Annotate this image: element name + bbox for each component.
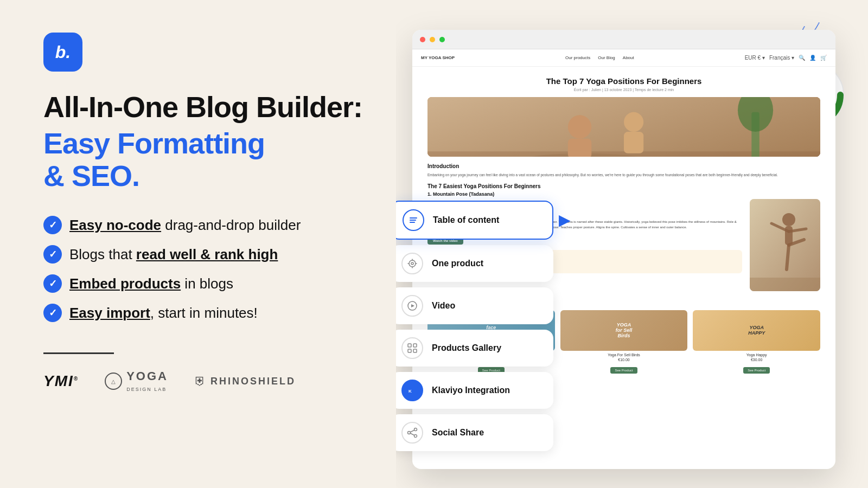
svg-rect-27	[408, 344, 411, 347]
partner-logos: YMI® △ YOGA DESIGN LAB ⛨ RHINOSHIELD	[43, 369, 412, 393]
svg-point-35	[414, 435, 417, 438]
product-btn-3[interactable]: See Product	[743, 367, 770, 374]
product-card-3: YOGAHAPPY Yoga Happy €30.00 See Product	[693, 310, 820, 374]
feature-item-4: Easy import, start in minutes!	[43, 304, 412, 322]
products-gallery-icon	[401, 337, 423, 359]
nav-icons: EUR € ▾ Français ▾ 🔍 👤 🛒	[745, 55, 827, 61]
svg-rect-12	[750, 199, 820, 291]
intro-text: Embarking on your yoga journey can feel …	[427, 172, 820, 178]
panel-item-klaviyo[interactable]: K Klaviyo Integration	[396, 372, 553, 409]
panel-item-social-share[interactable]: Social Share	[396, 414, 553, 451]
product-name-2: Yoga For Sell Birds	[560, 353, 688, 357]
feature-item-1: Easy no-code drag-and-drop builder	[43, 216, 412, 234]
svg-rect-19	[750, 278, 820, 291]
svg-rect-30	[413, 349, 417, 352]
panel-label-klaviyo: Klaviyo Integration	[432, 386, 510, 395]
one-product-icon	[401, 253, 423, 274]
site-navigation: MY YOGA SHOP Our products Our Blog About…	[412, 49, 835, 67]
account-icon[interactable]: 👤	[809, 55, 816, 61]
svg-point-23	[409, 260, 416, 267]
left-section: b. All-In-One Blog Builder: Easy Formatt…	[43, 33, 412, 393]
check-icon-3	[43, 274, 62, 293]
svg-point-8	[624, 112, 643, 132]
headline-line2: Easy Formatting & SEO.	[43, 127, 412, 192]
panel-label-video: Video	[432, 301, 455, 311]
video-icon	[401, 295, 423, 317]
browser-chrome-bar	[412, 30, 835, 49]
svg-rect-28	[413, 344, 417, 347]
check-icon-4	[43, 304, 62, 322]
panel-item-one-product[interactable]: One product	[396, 245, 553, 282]
rhinoshield-logo: ⛨ RHINOSHIELD	[194, 374, 296, 388]
features-list: Easy no-code drag-and-drop builder Blogs…	[43, 216, 412, 322]
klaviyo-icon: K	[401, 380, 423, 401]
check-icon-2	[43, 245, 62, 264]
headline-line1: All-In-One Blog Builder:	[43, 91, 412, 123]
language-selector[interactable]: Français ▾	[769, 55, 794, 61]
panel-item-table-of-content[interactable]: Table of content ▶	[396, 201, 553, 240]
cursor-arrow: ▶	[559, 212, 570, 229]
svg-point-6	[568, 115, 591, 138]
panel-item-video[interactable]: Video	[396, 287, 553, 324]
panel-item-products-gallery[interactable]: Products Gallery	[396, 330, 553, 367]
panel-label-table-of-content: Table of content	[433, 215, 499, 225]
blog-meta: Écrit par : Julien | 13 octobre 2023 | T…	[427, 88, 820, 92]
svg-point-33	[414, 428, 417, 431]
product-image-3: YOGAHAPPY	[693, 310, 820, 351]
check-icon-1	[43, 216, 62, 234]
svg-rect-29	[408, 349, 411, 352]
product-name-3: Yoga Happy	[693, 353, 820, 357]
search-icon[interactable]: 🔍	[799, 55, 805, 61]
section-divider	[43, 352, 114, 354]
svg-point-24	[411, 262, 413, 265]
blog-hero-image	[427, 97, 820, 157]
app-logo: b.	[43, 33, 82, 72]
svg-rect-7	[568, 139, 591, 157]
site-logo: MY YOGA SHOP	[421, 55, 455, 60]
product-card-2: YOGAfor SellBirds Yoga For Sell Birds €1…	[560, 310, 688, 374]
main-heading: The 7 Easiest Yoga Positions For Beginne…	[427, 183, 820, 189]
panel-label-products-gallery: Products Gallery	[432, 343, 501, 353]
feature-item-3: Embed products in blogs	[43, 274, 412, 293]
product-image-2: YOGAfor SellBirds	[560, 310, 688, 351]
intro-heading: Introduction	[427, 163, 820, 169]
feature-item-2: Blogs that read well & rank high	[43, 245, 412, 264]
product-price-3: €30.00	[693, 358, 820, 362]
svg-point-34	[408, 432, 411, 434]
svg-marker-26	[411, 304, 414, 307]
browser-dot-red	[420, 37, 425, 42]
panel-label-social-share: Social Share	[432, 428, 484, 438]
yoga-design-lab-logo: △ YOGA DESIGN LAB	[105, 369, 168, 393]
product-price-2: €10.00	[560, 358, 688, 362]
currency-selector[interactable]: EUR € ▾	[745, 55, 765, 61]
panel-label-one-product: One product	[432, 259, 483, 268]
pose-subheading: 1. Mountain Pose (Tadasana)	[427, 191, 820, 197]
browser-dot-yellow	[430, 37, 435, 42]
table-of-content-icon	[403, 209, 424, 231]
blog-title: The Top 7 Yoga Positions For Beginners	[427, 76, 820, 86]
svg-line-17	[787, 245, 789, 269]
pose-image-col	[750, 199, 820, 291]
social-share-icon	[401, 422, 423, 444]
svg-line-37	[410, 433, 414, 435]
nav-links: Our products Our Blog About	[565, 55, 634, 60]
pose-image	[750, 199, 820, 291]
cart-icon[interactable]: 🛒	[820, 55, 827, 61]
svg-point-13	[782, 213, 795, 226]
svg-text:K: K	[409, 389, 412, 394]
right-section: ⟋⟋ SEO SCORE 99% MY YOGA SHOP Our produc…	[396, 0, 868, 488]
svg-rect-9	[624, 132, 643, 153]
product-btn-2[interactable]: See Product	[610, 367, 637, 374]
browser-dot-green	[439, 37, 445, 42]
feature-panel: Table of content ▶ One product	[396, 201, 553, 451]
svg-line-36	[410, 430, 414, 432]
ymi-logo: YMI®	[43, 373, 79, 390]
